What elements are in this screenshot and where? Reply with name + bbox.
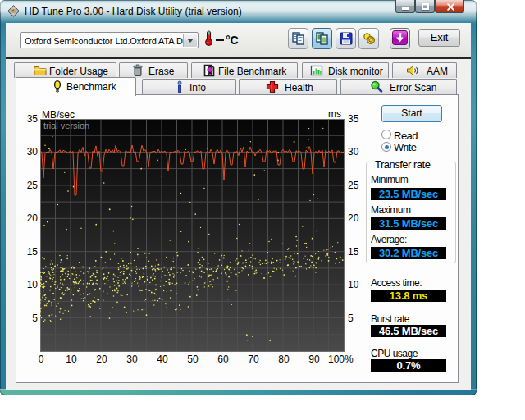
svg-text:trial version: trial version bbox=[43, 121, 89, 130]
